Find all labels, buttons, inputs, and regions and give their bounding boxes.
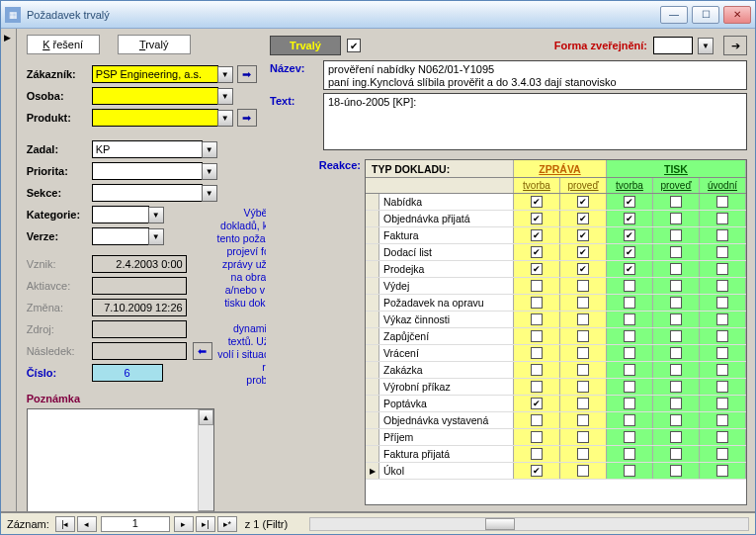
cell-tisk-uvodni[interactable] [700,261,746,277]
checkbox-icon[interactable] [624,330,635,342]
cell-tisk-proved[interactable] [653,328,700,344]
checkbox-icon[interactable] [716,330,728,342]
checkbox-icon[interactable] [670,229,682,241]
cell-tisk-uvodni[interactable] [700,211,746,226]
checkbox-icon[interactable] [716,398,728,409]
cell-tisk-uvodni[interactable] [700,412,746,428]
zakaznik-goto-button[interactable]: ➡ [237,65,257,83]
zadal-dropdown[interactable]: ▼ [202,141,217,158]
checkbox-icon[interactable] [716,297,728,309]
cell-tisk-proved[interactable] [653,446,700,462]
forma-zverejneni-field[interactable] [653,37,693,54]
cell-tisk-proved[interactable] [653,396,700,411]
checkbox-icon[interactable] [624,381,635,393]
cell-tisk-uvodni[interactable] [700,446,746,462]
checkbox-icon[interactable] [577,465,589,477]
priorita-dropdown[interactable]: ▼ [202,163,217,180]
checkbox-icon[interactable]: ✔ [624,196,635,208]
cell-tisk-tvorba[interactable] [607,295,653,311]
row-selector[interactable] [366,379,379,395]
checkbox-icon[interactable] [531,313,543,325]
cell-tisk-uvodni[interactable] [700,244,746,260]
cell-zprava-proved[interactable]: ✔ [560,194,607,210]
table-row[interactable]: Nabídka✔✔✔ [366,194,746,211]
checkbox-icon[interactable] [577,414,589,426]
table-row[interactable]: Výkaz činnosti [366,312,746,328]
verze-field[interactable] [92,227,149,245]
cell-tisk-proved[interactable] [653,295,700,311]
row-selector[interactable] [366,345,379,361]
forma-zverejneni-dropdown[interactable]: ▼ [698,38,714,54]
table-row[interactable]: Faktura přijatá [366,446,746,463]
cell-tisk-tvorba[interactable] [607,463,653,479]
checkbox-icon[interactable]: ✔ [577,246,589,258]
tab-trvaly[interactable]: Trvalý [118,35,191,54]
zakaznik-field[interactable]: PSP Engineering, a.s. [92,65,218,83]
checkbox-icon[interactable] [624,431,635,443]
cell-zprava-tvorba[interactable] [514,278,560,294]
checkbox-icon[interactable] [577,347,589,359]
checkbox-icon[interactable] [716,213,728,224]
osoba-dropdown[interactable]: ▼ [217,88,233,105]
checkbox-icon[interactable] [716,229,728,241]
checkbox-icon[interactable] [577,381,589,393]
cell-zprava-proved[interactable]: ✔ [560,244,607,260]
cell-zprava-tvorba[interactable]: ✔ [514,463,560,479]
checkbox-icon[interactable]: ✔ [531,263,543,275]
checkbox-icon[interactable]: ✔ [577,213,589,224]
cell-tisk-tvorba[interactable] [607,328,653,344]
cell-tisk-tvorba[interactable] [607,412,653,428]
checkbox-icon[interactable] [624,364,635,376]
checkbox-icon[interactable]: ✔ [531,246,543,258]
cell-zprava-tvorba[interactable] [514,446,560,462]
cell-tisk-proved[interactable] [653,227,700,243]
checkbox-icon[interactable] [624,297,635,309]
row-selector[interactable] [366,227,379,243]
cell-zprava-tvorba[interactable] [514,312,560,327]
checkbox-icon[interactable] [670,246,682,258]
col-tisk[interactable]: TISK [607,160,746,177]
cell-tisk-uvodni[interactable] [700,345,746,361]
sekce-field[interactable] [92,184,203,202]
checkbox-icon[interactable] [624,414,635,426]
cell-tisk-uvodni[interactable] [700,328,746,344]
cell-tisk-uvodni[interactable] [700,379,746,395]
verze-dropdown[interactable]: ▼ [148,228,164,245]
cell-zprava-proved[interactable] [560,362,607,378]
table-row[interactable]: Objednávka vystavená [366,412,746,429]
cell-zprava-proved[interactable] [560,278,607,294]
cell-tisk-tvorba[interactable] [607,429,653,445]
close-button[interactable]: ✕ [723,6,751,24]
checkbox-icon[interactable]: ✔ [577,196,589,208]
checkbox-icon[interactable]: ✔ [624,263,635,275]
checkbox-icon[interactable] [624,465,635,477]
checkbox-icon[interactable] [716,381,728,393]
cell-zprava-tvorba[interactable] [514,429,560,445]
checkbox-icon[interactable] [670,313,682,325]
cell-tisk-proved[interactable] [653,244,700,260]
checkbox-icon[interactable] [716,465,728,477]
cell-tisk-uvodni[interactable] [700,429,746,445]
checkbox-icon[interactable] [670,280,682,292]
cell-zprava-tvorba[interactable] [514,328,560,344]
text-field[interactable]: 18-úno-2005 [KP]: [323,93,747,150]
cell-tisk-tvorba[interactable]: ✔ [607,261,653,277]
row-selector[interactable] [366,278,379,294]
cell-zprava-tvorba[interactable]: ✔ [514,227,560,243]
nav-first-button[interactable]: |◂ [55,516,75,532]
forma-action-button[interactable]: ➔ [723,36,747,55]
table-row[interactable]: Poptávka✔ [366,396,746,412]
row-selector[interactable] [366,429,379,445]
cell-tisk-tvorba[interactable] [607,446,653,462]
col-tisk-uvodni[interactable]: úvodní [700,178,746,193]
cell-zprava-proved[interactable] [560,312,607,327]
row-selector[interactable] [366,412,379,428]
cell-tisk-proved[interactable] [653,345,700,361]
checkbox-icon[interactable] [716,431,728,443]
checkbox-icon[interactable] [670,398,682,409]
row-selector[interactable] [366,295,379,311]
checkbox-icon[interactable] [577,431,589,443]
checkbox-icon[interactable] [670,431,682,443]
col-zprava-proved[interactable]: proveď [560,178,607,193]
produkt-dropdown[interactable]: ▼ [217,110,233,127]
